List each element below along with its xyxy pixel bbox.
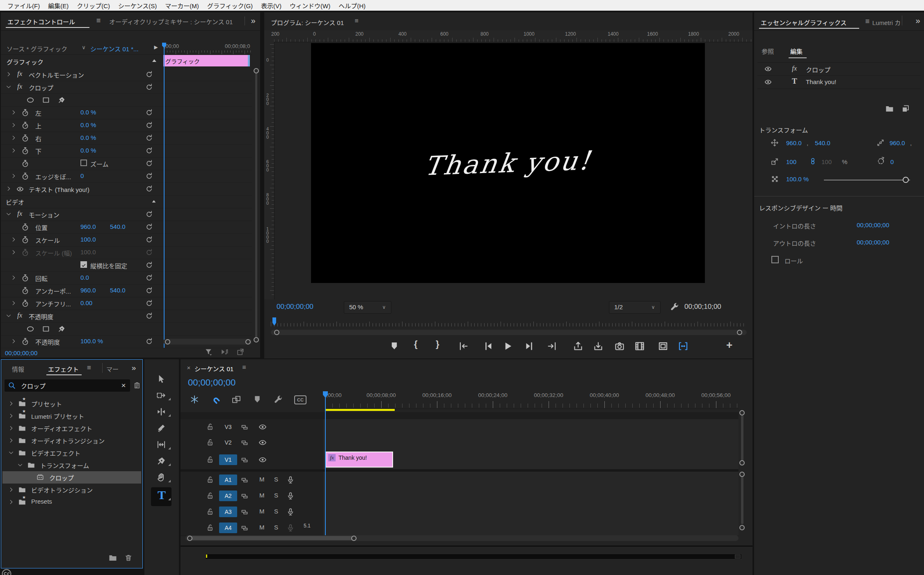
param-value[interactable]: 100.0 [80,249,96,256]
settings-wrench-icon[interactable] [670,302,679,312]
anchor-x-value[interactable]: 960.0 [890,139,905,146]
solo-button[interactable]: S [274,524,278,531]
layer-row-text[interactable]: T Thank you! [754,76,924,89]
param-value[interactable]: 100.0 % [80,338,103,345]
clip-header-label[interactable]: グラフィック [7,57,43,66]
link-scale-icon[interactable] [809,157,817,166]
track-target-v2[interactable]: V2 [219,437,237,448]
zoom-handle-right[interactable] [351,536,357,541]
reset-parameter-icon[interactable] [145,147,153,155]
reset-parameter-icon[interactable] [145,83,153,91]
panel-menu-icon[interactable]: ≡ [94,16,103,25]
effect-timeline-ruler[interactable]: ;00;00 00;00;08;0 [161,31,252,55]
param-value[interactable]: 960.0 [80,287,96,294]
expand-icon[interactable] [11,275,16,281]
stopwatch-icon[interactable] [21,223,29,231]
track-output-eye-icon[interactable] [258,456,267,464]
go-to-in-button[interactable] [458,341,469,351]
tree-item[interactable]: ★プリセット [2,397,141,410]
delete-icon[interactable] [124,553,133,562]
param-value[interactable]: 0.0 % [80,147,96,154]
tab-effects[interactable]: エフェクト [48,365,79,373]
tree-item[interactable]: オーディオトランジション [2,434,141,447]
opacity-value[interactable]: 100.0 % [786,176,809,183]
param-value[interactable]: 0.0 % [80,109,96,116]
opacity-icon[interactable] [771,176,778,183]
linked-selection-toggle[interactable] [231,395,241,404]
timeline-playhead-line[interactable] [325,391,326,539]
captions-button[interactable]: CC [294,395,306,404]
expand-icon[interactable] [8,487,14,493]
audio-scrollbar-handle[interactable] [739,472,745,477]
track-target-a4[interactable]: A4 [219,523,237,533]
menu-item[interactable]: ウィンドウ(W) [286,1,334,10]
track-target-v3[interactable]: V3 [219,422,237,432]
param-value[interactable]: 540.0 [110,287,126,294]
rect-mask-icon[interactable] [42,96,50,104]
pen-mask-icon[interactable] [57,96,66,104]
sync-lock-icon[interactable] [240,438,249,447]
go-to-out-button[interactable] [547,341,557,351]
track-output-eye-icon[interactable] [258,438,267,447]
voice-over-record-icon[interactable] [286,492,295,500]
track-lock-icon[interactable] [206,492,214,500]
slip-tool[interactable] [156,440,166,450]
ellipse-mask-icon[interactable] [26,325,34,333]
step-forward-button[interactable] [524,341,535,351]
pen-tool[interactable] [156,456,166,466]
ellipse-mask-icon[interactable] [26,96,34,104]
video-scrollbar-handle[interactable] [739,460,745,465]
voice-over-record-icon[interactable] [286,508,295,516]
track-target-v1[interactable]: V1 [219,454,237,465]
rect-mask-icon[interactable] [42,325,50,333]
expand-icon[interactable] [6,84,11,90]
track-content[interactable] [323,520,739,536]
tree-item[interactable]: オーディオエフェクト [2,422,141,434]
mark-out-button[interactable]: } [436,339,439,349]
voice-over-record-icon[interactable] [286,524,295,532]
track-target-a3[interactable]: A3 [219,507,237,517]
reset-parameter-icon[interactable] [145,71,153,78]
track-target-a1[interactable]: A1 [219,475,237,485]
reset-parameter-icon[interactable] [145,210,153,218]
reset-parameter-icon[interactable] [145,338,153,345]
video-scrollbar-handle[interactable] [739,410,745,415]
add-marker-button[interactable] [389,341,400,351]
track-content[interactable] [323,488,739,504]
timeline-display-settings-button[interactable] [273,395,283,404]
param-checkbox[interactable] [80,261,87,268]
extract-button[interactable] [593,341,604,351]
scrollbar-handle[interactable] [254,68,259,73]
step-back-button[interactable] [483,341,494,351]
outro-length-value[interactable]: 00;00;00;00 [857,239,889,246]
menu-item[interactable]: クリップ(C) [73,1,114,10]
stopwatch-icon[interactable] [21,236,29,244]
param-value[interactable]: 0.00 [80,299,92,306]
clip-thank-you[interactable]: fxThank you! [325,452,393,468]
reset-parameter-icon[interactable] [145,223,153,231]
expand-icon[interactable] [11,148,16,153]
expand-icon[interactable] [6,186,11,192]
selection-tool[interactable] [156,374,166,384]
reset-parameter-icon[interactable] [145,121,153,129]
tab-markers[interactable]: マー [106,365,119,373]
track-lock-icon[interactable] [206,476,214,484]
show-timeline-view-icon[interactable]: ▶ [153,43,159,51]
lift-button[interactable] [573,341,583,351]
effect-name-label[interactable]: モーション [29,210,59,219]
stopwatch-icon[interactable] [21,134,29,142]
tree-item[interactable]: ★Presets [2,496,141,508]
sync-lock-icon[interactable] [240,524,249,532]
sync-lock-icon[interactable] [240,508,249,516]
intro-length-value[interactable]: 00;00;00;00 [857,221,889,228]
program-mini-ruler[interactable] [271,317,747,328]
tab-lumetri[interactable]: Lumetri カ [872,18,901,27]
menu-item[interactable]: マーカー(M) [161,1,203,10]
menu-item[interactable]: ヘルプ(H) [334,1,370,10]
expand-icon[interactable] [11,300,16,306]
zoom-handle-left[interactable] [187,536,192,541]
graphic-clip-bar[interactable]: グラフィック [163,55,250,66]
stopwatch-icon[interactable] [21,338,29,345]
tree-item[interactable]: ビデオエフェクト [2,447,141,459]
panel-menu-icon[interactable]: ≡ [353,17,360,25]
